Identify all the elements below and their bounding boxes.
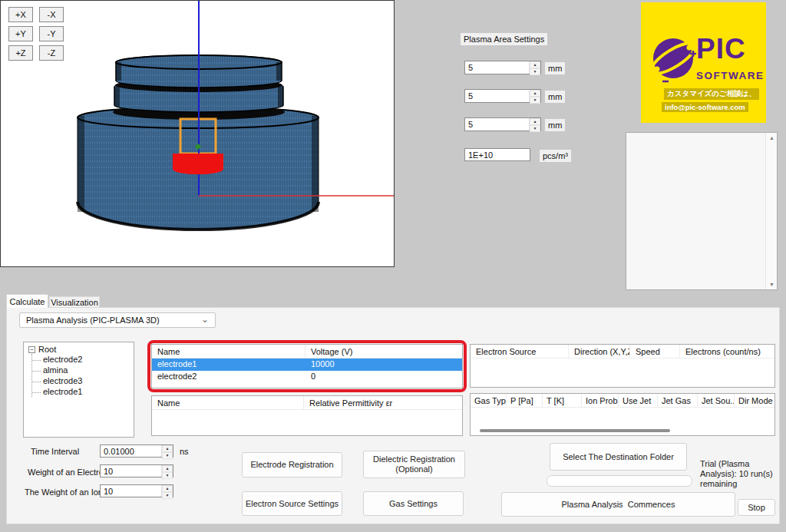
spin-up-icon[interactable]: ▲	[530, 61, 540, 68]
column-header-direction[interactable]: Direction (X,Y,Z)	[569, 345, 630, 358]
spin-down-icon[interactable]: ▼	[162, 472, 173, 479]
dielectric-registration-button[interactable]: Dielectric Registration (Optional)	[363, 451, 465, 478]
pic-software-logo: PIC SOFTWARE カスタマイズのご相談は、 info@pic-softw…	[641, 2, 766, 123]
view-minus-z-button[interactable]: -Z	[39, 45, 64, 61]
time-interval-label: Time Interval	[31, 447, 79, 456]
gas-settings-button[interactable]: Gas Settings	[363, 491, 464, 516]
select-destination-folder-button[interactable]: Select The Destination Folder	[550, 443, 687, 471]
column-header-use-jet[interactable]: Use Jet	[619, 394, 658, 407]
spin-down-icon[interactable]: ▼	[530, 97, 540, 104]
tab-visualization[interactable]: Visualization	[49, 296, 100, 308]
spin-down-icon[interactable]: ▼	[530, 68, 540, 75]
electron-source-table[interactable]: Electron Source Direction (X,Y,Z) Speed …	[470, 344, 775, 388]
log-output-panel[interactable]: ▲ ▼	[626, 132, 778, 290]
destination-path-field[interactable]	[547, 475, 692, 487]
column-header-speed[interactable]: Speed	[630, 345, 680, 358]
column-header-electrons[interactable]: Electrons (count/ns)	[680, 345, 774, 358]
time-interval-spinner[interactable]: 0.01000 ▲▼	[100, 444, 173, 458]
spin-up-icon[interactable]: ▲	[530, 118, 540, 125]
dielectric-table[interactable]: Name Relative Permittivity εr	[151, 395, 463, 436]
plasma-density-unit-label: pcs/m³	[540, 150, 571, 162]
logo-contact-email[interactable]: info@pic-software.com	[662, 102, 748, 112]
tree-root-node[interactable]: − Root	[28, 345, 134, 354]
plasma-z-size-spinner[interactable]: 5 ▲▼	[464, 117, 541, 131]
column-header-electron-source[interactable]: Electron Source	[471, 345, 569, 358]
scroll-up-icon[interactable]: ▲	[766, 135, 778, 140]
column-header-jet-source[interactable]: Jet Sou...	[698, 394, 735, 407]
column-header-ion-prob[interactable]: Ion Prob	[582, 394, 619, 407]
horizontal-scrollbar-thumb[interactable]	[480, 429, 670, 432]
atom-icon	[650, 33, 698, 87]
logo-contact-jp: カスタマイズのご相談は、	[664, 88, 759, 100]
application-window: +X -X +Y -Y +Z -Z Plasma Area Settings 5…	[0, 0, 786, 532]
plasma-x-unit-label: mm	[545, 62, 565, 74]
stop-button[interactable]: Stop	[738, 499, 775, 516]
column-header-permittivity[interactable]: Relative Permittivity εr	[304, 396, 462, 409]
tree-item-electrode1[interactable]: electrode1	[32, 386, 134, 397]
electrode-registration-button[interactable]: Electrode Registration	[242, 452, 342, 477]
column-header-voltage[interactable]: Voltage (V)	[305, 345, 462, 358]
analysis-type-select[interactable]: Plasma Analysis (PIC-PLASMA 3D) ⌄	[19, 312, 216, 328]
logo-title: PIC	[696, 33, 746, 65]
column-header-name[interactable]: Name	[152, 345, 305, 358]
plasma-density-input[interactable]: 1E+10	[464, 148, 530, 161]
scroll-down-icon[interactable]: ▼	[766, 282, 778, 287]
spin-up-icon[interactable]: ▲	[530, 90, 540, 97]
table-row-electrode2[interactable]: electrode2 0	[152, 371, 462, 383]
plasma-area-settings-label: Plasma Area Settings	[461, 33, 547, 45]
plasma-y-size-spinner[interactable]: 5 ▲▼	[464, 89, 541, 103]
tree-item-electrode2[interactable]: electrode2	[32, 354, 134, 365]
column-header-jet-gas[interactable]: Jet Gas	[658, 394, 698, 407]
view-minus-y-button[interactable]: -Y	[39, 26, 64, 41]
spin-down-icon[interactable]: ▼	[530, 125, 540, 132]
plasma-x-size-spinner[interactable]: 5 ▲▼	[464, 61, 541, 74]
ion-weight-spinner[interactable]: 10 ▲▼	[100, 484, 173, 497]
column-header-pressure[interactable]: P [Pa]	[507, 394, 543, 407]
plasma-z-unit-label: mm	[545, 119, 565, 131]
view-minus-x-button[interactable]: -X	[39, 7, 64, 22]
plasma-y-unit-label: mm	[545, 91, 565, 103]
spin-down-icon[interactable]: ▼	[162, 452, 173, 459]
tree-collapse-icon[interactable]: −	[28, 346, 35, 353]
electrode-voltage-table[interactable]: Name Voltage (V) electrode1 10000 electr…	[151, 344, 463, 388]
column-header-name[interactable]: Name	[152, 396, 304, 409]
electron-source-settings-button[interactable]: Electron Source Settings	[242, 491, 342, 516]
ion-weight-label: The Weight of an Ion	[25, 487, 103, 497]
column-header-dir-mode[interactable]: Dir Mode	[735, 394, 774, 407]
view-plus-x-button[interactable]: +X	[8, 7, 33, 22]
3d-viewport[interactable]: +X -X +Y -Y +Z -Z	[0, 0, 395, 267]
spin-up-icon[interactable]: ▲	[162, 445, 173, 452]
logo-subtitle: SOFTWARE	[696, 70, 765, 81]
model-tree[interactable]: − Root electrode2 almina electrode3 elec…	[23, 342, 134, 438]
tree-item-electrode3[interactable]: electrode3	[32, 375, 134, 386]
electron-weight-label: Weight of an Electron	[28, 468, 108, 477]
chevron-down-icon: ⌄	[201, 314, 209, 325]
tab-calculate[interactable]: Calculate	[6, 294, 48, 308]
column-header-gas-type[interactable]: Gas Type	[471, 394, 507, 407]
tree-item-almina[interactable]: almina	[32, 365, 134, 375]
time-interval-unit-label: ns	[180, 447, 189, 456]
trial-remaining-note: Trial (Plasma Analysis): 10 run(s) remai…	[700, 459, 778, 489]
electron-weight-spinner[interactable]: 10 ▲▼	[100, 464, 173, 477]
vertical-scrollbar[interactable]: ▲ ▼	[765, 133, 777, 289]
view-plus-z-button[interactable]: +Z	[8, 45, 33, 61]
spin-up-icon[interactable]: ▲	[162, 485, 173, 492]
spin-up-icon[interactable]: ▲	[162, 465, 173, 472]
spin-down-icon[interactable]: ▼	[162, 492, 173, 499]
table-row-electrode1[interactable]: electrode1 10000	[152, 359, 462, 371]
view-plus-y-button[interactable]: +Y	[8, 26, 33, 41]
plasma-analysis-commence-button[interactable]: Plasma Analysis Commences	[501, 492, 735, 517]
column-header-temperature[interactable]: T [K]	[543, 394, 582, 407]
